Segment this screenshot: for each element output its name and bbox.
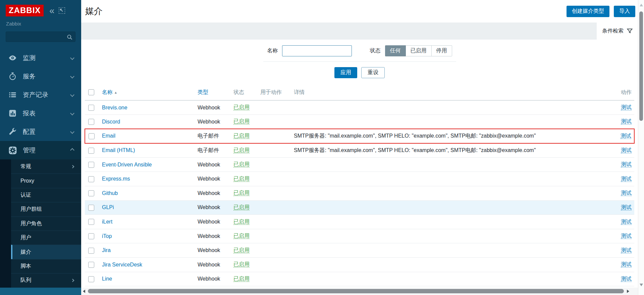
sort-by-name-link[interactable]: 名称: [102, 89, 113, 95]
media-status-link[interactable]: 已启用: [233, 247, 250, 253]
row-checkbox[interactable]: [88, 233, 94, 239]
name-filter-input[interactable]: [282, 45, 352, 56]
scroll-up-icon[interactable]: [640, 4, 643, 6]
table-row: Brevis.one Webhook 已启用 测试: [85, 100, 634, 115]
submenu-item-proxy[interactable]: Proxy: [11, 174, 81, 188]
media-status-link[interactable]: 已启用: [233, 147, 250, 153]
media-used-in-actions: [258, 258, 291, 272]
submenu-item-general[interactable]: 常规: [11, 159, 81, 174]
media-status-link[interactable]: 已启用: [233, 276, 250, 282]
test-link[interactable]: 测试: [621, 147, 632, 153]
media-status-link[interactable]: 已启用: [233, 190, 250, 196]
row-checkbox[interactable]: [88, 176, 94, 182]
kiosk-mode-icon[interactable]: [59, 7, 65, 14]
submenu-item-queue[interactable]: 队列: [11, 273, 81, 287]
media-name-link[interactable]: Email (HTML): [102, 147, 135, 153]
test-link[interactable]: 测试: [621, 233, 632, 239]
test-link[interactable]: 测试: [621, 176, 632, 182]
media-name-link[interactable]: Jira ServiceDesk: [102, 262, 142, 267]
row-checkbox[interactable]: [88, 248, 94, 254]
test-link[interactable]: 测试: [621, 190, 632, 196]
media-status-link[interactable]: 已启用: [233, 133, 250, 139]
test-link[interactable]: 测试: [621, 219, 632, 225]
media-name-link[interactable]: Discord: [102, 119, 120, 125]
media-name-link[interactable]: Event-Driven Ansible: [102, 162, 152, 167]
submenu-item-user-groups[interactable]: 用户群组: [11, 202, 81, 216]
test-link[interactable]: 测试: [621, 104, 632, 110]
row-checkbox[interactable]: [88, 162, 94, 168]
submenu-item-authentication[interactable]: 认证: [11, 188, 81, 202]
select-all-checkbox[interactable]: [88, 89, 94, 95]
media-name-link[interactable]: Brevis.one: [102, 105, 127, 110]
submenu-item-users[interactable]: 用户: [11, 231, 81, 245]
media-status-link[interactable]: 已启用: [233, 104, 250, 110]
row-checkbox[interactable]: [88, 105, 94, 111]
zabbix-logo[interactable]: ZABBIX: [6, 5, 44, 16]
horizontal-scrollbar-thumb[interactable]: [88, 289, 624, 293]
row-checkbox[interactable]: [88, 148, 94, 154]
media-status-link[interactable]: 已启用: [233, 233, 250, 239]
import-button[interactable]: 导入: [614, 6, 635, 17]
submenu-item-media-types[interactable]: 媒介: [11, 245, 81, 259]
sidebar-item-monitoring[interactable]: 监测: [0, 49, 81, 67]
media-used-in-actions: [258, 100, 291, 115]
submenu-item-user-roles[interactable]: 用户角色: [11, 216, 81, 231]
test-link[interactable]: 测试: [621, 247, 632, 253]
status-option-disabled[interactable]: 停用: [432, 45, 452, 56]
media-details: [291, 229, 614, 243]
media-type: Webhook: [198, 105, 220, 110]
scroll-right-icon[interactable]: [627, 290, 629, 293]
media-name-link[interactable]: Express.ms: [102, 176, 130, 182]
create-media-type-button[interactable]: 创建媒介类型: [567, 6, 609, 17]
vertical-scrollbar-thumb[interactable]: [639, 11, 643, 121]
sidebar-search: [6, 32, 75, 42]
media-name-link[interactable]: Email: [102, 133, 115, 139]
media-status-link[interactable]: 已启用: [233, 176, 250, 182]
administration-submenu: 常规 Proxy 认证 用户群组 用户角色 用户 媒介 脚本 队列: [0, 159, 81, 288]
row-checkbox[interactable]: [88, 219, 94, 225]
media-name-link[interactable]: iLert: [102, 219, 112, 225]
table-row: Jira ServiceDesk Webhook 已启用 测试: [85, 258, 634, 272]
filter-tab[interactable]: 条件检索: [597, 22, 638, 40]
scroll-left-icon[interactable]: [83, 290, 85, 293]
media-status-link[interactable]: 已启用: [233, 204, 250, 210]
sidebar-item-inventory[interactable]: 资产记录: [0, 86, 81, 104]
sidebar-item-configuration[interactable]: 配置: [0, 122, 81, 141]
media-status-link[interactable]: 已启用: [233, 161, 250, 167]
reset-button[interactable]: 重设: [361, 67, 385, 78]
media-name-link[interactable]: GLPi: [102, 204, 114, 210]
scroll-down-icon[interactable]: [640, 284, 643, 286]
horizontal-scrollbar[interactable]: [81, 288, 638, 295]
sort-by-type-link[interactable]: 类型: [198, 89, 208, 95]
media-name-link[interactable]: Jira: [102, 247, 111, 253]
test-link[interactable]: 测试: [621, 133, 631, 139]
collapse-sidebar-icon[interactable]: «: [49, 7, 54, 14]
sidebar-item-reports[interactable]: 报表: [0, 104, 81, 122]
submenu-item-scripts[interactable]: 脚本: [11, 259, 81, 273]
media-name-link[interactable]: Github: [102, 190, 118, 196]
media-status-link[interactable]: 已启用: [233, 261, 250, 267]
test-link[interactable]: 测试: [621, 261, 632, 267]
row-checkbox[interactable]: [89, 133, 95, 139]
sidebar-item-services[interactable]: 服务: [0, 67, 81, 86]
media-status-link[interactable]: 已启用: [233, 118, 250, 125]
row-checkbox[interactable]: [88, 262, 94, 268]
row-checkbox[interactable]: [88, 119, 94, 125]
row-checkbox[interactable]: [88, 205, 94, 211]
row-checkbox[interactable]: [88, 276, 94, 282]
status-option-enabled[interactable]: 已启用: [406, 45, 432, 56]
status-option-any[interactable]: 任何: [385, 45, 406, 56]
test-link[interactable]: 测试: [621, 204, 632, 210]
row-checkbox[interactable]: [88, 190, 94, 196]
test-link[interactable]: 测试: [621, 276, 632, 282]
search-input[interactable]: [6, 32, 75, 42]
test-link[interactable]: 测试: [621, 118, 632, 125]
media-name-link[interactable]: iTop: [102, 233, 112, 239]
search-icon[interactable]: [66, 34, 73, 40]
sidebar-item-administration[interactable]: 管理: [0, 141, 81, 159]
test-link[interactable]: 测试: [621, 161, 632, 167]
vertical-scrollbar[interactable]: [638, 0, 644, 295]
media-name-link[interactable]: Line: [102, 276, 112, 282]
media-status-link[interactable]: 已启用: [233, 219, 250, 225]
apply-button[interactable]: 应用: [334, 67, 357, 78]
